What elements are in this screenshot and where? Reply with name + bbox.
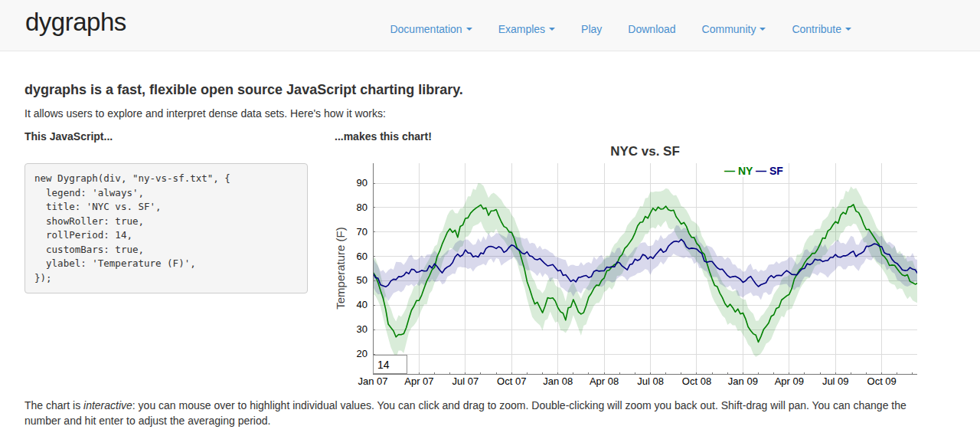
x-tick-label: Oct 08 xyxy=(682,375,711,387)
nav-link-community[interactable]: Community xyxy=(702,23,766,35)
x-tick-label: Jan 07 xyxy=(358,375,387,387)
page: dygraphs DocumentationExamplesPlayDownlo… xyxy=(0,0,980,436)
nav-link-label: Community xyxy=(702,23,756,35)
y-tick-label: 40 xyxy=(357,300,368,310)
nav-item-community: Community xyxy=(702,23,766,35)
x-tick-label: Jul 07 xyxy=(452,375,479,387)
x-tick-label: Oct 07 xyxy=(497,375,526,387)
y-tick-label: 90 xyxy=(357,178,368,188)
x-tick-label: Jul 08 xyxy=(637,375,664,387)
y-tick-label: 20 xyxy=(357,349,368,359)
chart-title: NYC vs. SF xyxy=(373,144,917,159)
caret-down-icon xyxy=(549,28,555,31)
chart-column-label: ...makes this chart! xyxy=(335,130,432,143)
y-tick-label: 60 xyxy=(357,251,368,262)
navbar: dygraphs DocumentationExamplesPlayDownlo… xyxy=(0,0,980,51)
x-tick-label: Apr 08 xyxy=(590,375,619,387)
nav-link-label: Documentation xyxy=(390,23,462,35)
nav-menu: DocumentationExamplesPlayDownloadCommuni… xyxy=(390,23,851,35)
interactive-hint-text: The chart is interactive: you can mouse … xyxy=(24,398,918,428)
x-tick-label: Jul 09 xyxy=(822,375,849,387)
chart-plot-svg[interactable] xyxy=(373,163,917,375)
legend-dash-ny: — xyxy=(724,165,738,177)
x-tick-label: Apr 07 xyxy=(404,375,433,387)
nav-link-label: Download xyxy=(628,23,675,35)
x-tick-label: Jan 08 xyxy=(543,375,573,387)
legend-label-sf: SF xyxy=(769,165,783,177)
y-tick-label: 50 xyxy=(357,275,368,286)
y-tick-label: 70 xyxy=(357,227,368,238)
nav-item-play: Play xyxy=(581,23,602,35)
code-column-label: This JavaScript... xyxy=(24,130,113,143)
nav-link-examples[interactable]: Examples xyxy=(498,23,555,35)
nav-link-documentation[interactable]: Documentation xyxy=(390,23,472,35)
nav-link-play[interactable]: Play xyxy=(581,23,602,35)
y-tick-label: 30 xyxy=(357,324,368,335)
caret-down-icon xyxy=(466,28,472,31)
hint-text-end: : you can mouse over to highlight indivi… xyxy=(24,399,906,427)
intro-text: It allows users to explore and interpret… xyxy=(24,107,386,120)
nav-item-download: Download xyxy=(628,23,675,35)
hint-text-start: The chart is xyxy=(24,399,83,411)
y-tick-label: 80 xyxy=(357,202,368,213)
x-tick-label: Oct 09 xyxy=(867,375,897,387)
nav-link-label: Contribute xyxy=(792,23,841,35)
nav-item-examples: Examples xyxy=(498,23,555,35)
chart-x-tick-labels: Jan 07Apr 07Jul 07Oct 07Jan 08Apr 08Jul … xyxy=(373,375,917,388)
legend-dash-sf: — xyxy=(753,165,769,177)
code-snippet: new Dygraph(div, "ny-vs-sf.txt", { legen… xyxy=(24,163,308,293)
caret-down-icon xyxy=(845,28,851,31)
x-tick-label: Jan 09 xyxy=(728,375,758,387)
chart-y-tick-labels: 2030405060708090 xyxy=(329,163,373,374)
caret-down-icon xyxy=(760,28,766,31)
nav-item-contribute: Contribute xyxy=(792,23,851,35)
nav-item-documentation: Documentation xyxy=(390,23,472,35)
nav-link-download[interactable]: Download xyxy=(628,23,675,35)
nav-link-label: Play xyxy=(581,23,602,35)
brand-logo[interactable]: dygraphs xyxy=(25,7,126,38)
x-tick-label: Apr 09 xyxy=(775,375,804,387)
nav-link-label: Examples xyxy=(498,23,545,35)
chart-plot-area[interactable] xyxy=(373,163,917,375)
roll-period-input[interactable] xyxy=(373,355,407,374)
chart-container: NYC vs. SF Temperature (F) 2030405060708… xyxy=(329,144,919,397)
chart-legend: — NY — SF xyxy=(722,165,786,177)
page-title: dygraphs is a fast, flexible open source… xyxy=(24,82,463,98)
hint-text-italic: interactive xyxy=(83,399,132,411)
legend-label-ny: NY xyxy=(738,165,753,177)
nav-link-contribute[interactable]: Contribute xyxy=(792,23,851,35)
